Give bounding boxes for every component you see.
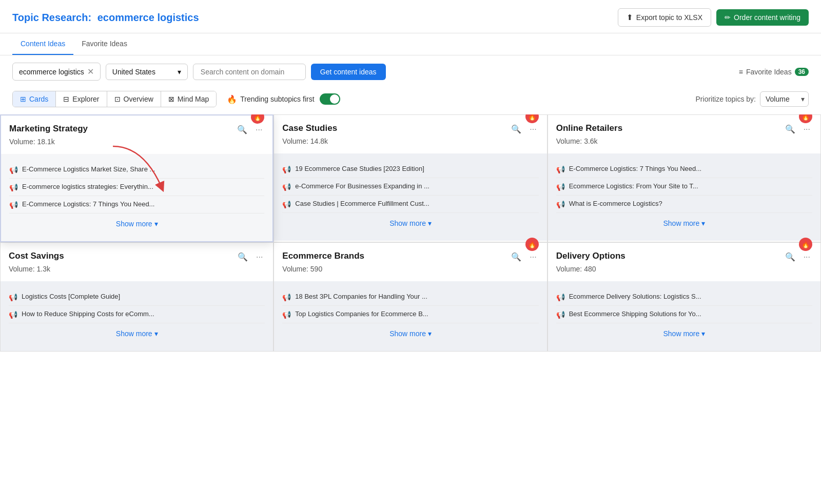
fire-icon: 🔥 (227, 94, 237, 104)
cards-wrapper: 🔥 Marketing Strategy 🔍 ··· Volume: 18.1k… (0, 114, 821, 352)
item-text: E-commerce logistics strategies: Everyth… (22, 183, 153, 190)
more-card-ecommerce-brands[interactable]: ··· (527, 251, 538, 263)
item-text: Ecommerce Delivery Solutions: Logistics … (569, 293, 701, 300)
list-item: 📢 Ecommerce Delivery Solutions: Logistic… (556, 288, 812, 306)
megaphone-icon: 📢 (556, 183, 565, 191)
view-explorer-button[interactable]: ⊟ Explorer (56, 91, 107, 107)
item-text: e-Commerce For Businesses Expanding in .… (295, 182, 429, 190)
card-marketing-strategy: 🔥 Marketing Strategy 🔍 ··· Volume: 18.1k… (0, 114, 273, 242)
list-item: 📢 Ecommerce Logistics: From Your Site to… (556, 178, 812, 196)
megaphone-icon: 📢 (282, 311, 291, 319)
tab-content-ideas[interactable]: Content Ideas (12, 33, 73, 55)
megaphone-icon: 📢 (9, 311, 17, 319)
item-text: Best Ecommerce Shipping Solutions for Yo… (569, 310, 701, 318)
order-writing-button[interactable]: ✏ Order content writing (716, 9, 809, 26)
list-item: 📢 What is E-commerce Logistics? (556, 196, 812, 213)
search-card-cost-savings[interactable]: 🔍 (236, 251, 250, 263)
edit-icon: ✏ (725, 13, 731, 22)
megaphone-icon: 📢 (282, 200, 291, 208)
list-item: 📢 Logistics Costs [Complete Guide] (9, 288, 265, 306)
more-card-case-studies[interactable]: ··· (527, 124, 538, 135)
search-card-delivery-options[interactable]: 🔍 (783, 251, 797, 263)
trending-toggle[interactable] (320, 93, 340, 105)
domain-search-input[interactable] (193, 64, 306, 80)
megaphone-icon: 📢 (9, 293, 17, 301)
cards-grid: 🔥 Marketing Strategy 🔍 ··· Volume: 18.1k… (0, 114, 821, 352)
show-more-marketing[interactable]: Show more ▾ (9, 214, 264, 234)
list-item: 📢 E-Commerce Logistics: 7 Things You Nee… (9, 196, 264, 214)
item-text: Top Logistics Companies for Ecommerce B.… (295, 310, 428, 318)
cards-view-icon: ⊞ (20, 95, 26, 103)
show-more-cost-savings[interactable]: Show more ▾ (9, 323, 265, 344)
megaphone-icon: 📢 (556, 165, 565, 173)
title-prefix: Topic Research: (12, 12, 91, 23)
card-header-case-studies: Case Studies 🔍 ··· Volume: 14.8k (274, 115, 546, 148)
view-toolbar: ⊞ Cards ⊟ Explorer ⊡ Overview ⊠ Mind Map… (0, 88, 821, 114)
show-more-online-retailers[interactable]: Show more ▾ (556, 213, 812, 234)
list-item: 📢 E-Commerce Logistics: 7 Things You Nee… (556, 161, 812, 178)
card-case-studies: 🔥 Case Studies 🔍 ··· Volume: 14.8k 📢 19 … (273, 114, 547, 242)
show-more-case-studies[interactable]: Show more ▾ (282, 213, 538, 234)
megaphone-icon: 📢 (556, 311, 565, 319)
list-item: 📢 Best Ecommerce Shipping Solutions for … (556, 306, 812, 323)
search-card-online-retailers[interactable]: 🔍 (783, 123, 797, 135)
remove-search-term-button[interactable]: ✕ (87, 67, 94, 76)
trending-section: 🔥 Trending subtopics first (227, 93, 340, 105)
more-card-delivery-options[interactable]: ··· (802, 251, 812, 263)
search-term-text: ecommerce logistics (19, 68, 84, 76)
list-item: 📢 Top Logistics Companies for Ecommerce … (282, 306, 538, 323)
card-volume-ecommerce-brands: Volume: 590 (282, 265, 538, 273)
list-item: 📢 E-commerce logistics strategies: Every… (9, 179, 264, 196)
item-text: How to Reduce Shipping Costs for eComm..… (22, 310, 154, 318)
view-mindmap-button[interactable]: ⊠ Mind Map (161, 91, 216, 107)
chevron-down-icon: ▾ (178, 68, 181, 76)
prioritize-label: Prioritize topics by: (696, 95, 756, 103)
card-volume-marketing: Volume: 18.1k (9, 138, 264, 146)
view-overview-button[interactable]: ⊡ Overview (107, 91, 161, 107)
card-ecommerce-brands: 🔥 Ecommerce Brands 🔍 ··· Volume: 590 📢 1… (273, 242, 547, 352)
export-button[interactable]: ⬆ Export topic to XLSX (618, 8, 711, 27)
card-online-retailers: 🔥 Online Retailers 🔍 ··· Volume: 3.6k 📢 … (548, 114, 821, 242)
page-header: Topic Research: ecommerce logistics ⬆ Ex… (0, 0, 821, 33)
card-actions-ecommerce-brands: 🔍 ··· (509, 251, 538, 263)
card-cost-savings: Cost Savings 🔍 ··· Volume: 1.3k 📢 Logist… (0, 242, 273, 352)
get-ideas-button[interactable]: Get content ideas (311, 64, 386, 80)
favorite-count-badge: 36 (795, 68, 809, 76)
explorer-view-icon: ⊟ (63, 95, 69, 103)
favorite-ideas-link[interactable]: ≡ Favorite Ideas 36 (739, 68, 809, 76)
megaphone-icon: 📢 (282, 165, 291, 173)
header-actions: ⬆ Export topic to XLSX ✏ Order content w… (618, 8, 809, 27)
item-text: E-Commerce Logistics: 7 Things You Need.… (569, 165, 701, 172)
card-volume-case-studies: Volume: 14.8k (282, 137, 538, 145)
search-card-marketing[interactable]: 🔍 (235, 124, 249, 135)
card-body-online-retailers: 📢 E-Commerce Logistics: 7 Things You Nee… (548, 153, 820, 241)
list-item: 📢 How to Reduce Shipping Costs for eComm… (9, 306, 265, 323)
view-cards-button[interactable]: ⊞ Cards (13, 91, 56, 107)
show-more-ecommerce-brands[interactable]: Show more ▾ (282, 323, 538, 344)
search-card-case-studies[interactable]: 🔍 (509, 123, 523, 135)
prioritize-section: Prioritize topics by: Volume Trending Di… (696, 91, 809, 107)
card-title-delivery-options: Delivery Options (556, 251, 779, 261)
card-volume-delivery-options: Volume: 480 (556, 265, 812, 273)
list-item: 📢 18 Best 3PL Companies for Handling You… (282, 288, 538, 306)
card-actions-cost-savings: 🔍 ··· (236, 251, 265, 263)
view-buttons: ⊞ Cards ⊟ Explorer ⊡ Overview ⊠ Mind Map (12, 91, 217, 107)
search-term-tag: ecommerce logistics ✕ (12, 63, 101, 81)
show-more-delivery-options[interactable]: Show more ▾ (556, 323, 812, 344)
tab-favorite-ideas[interactable]: Favorite Ideas (73, 33, 135, 55)
country-dropdown[interactable]: United States ▾ (106, 64, 188, 80)
list-item: 📢 e-Commerce For Businesses Expanding in… (282, 178, 538, 196)
search-card-ecommerce-brands[interactable]: 🔍 (509, 251, 523, 263)
country-value: United States (112, 68, 155, 76)
list-item: 📢 19 Ecommerce Case Studies [2023 Editio… (282, 161, 538, 178)
card-body-cost-savings: 📢 Logistics Costs [Complete Guide] 📢 How… (1, 281, 273, 351)
megaphone-icon: 📢 (9, 166, 18, 174)
list-icon: ≡ (739, 68, 743, 76)
more-card-cost-savings[interactable]: ··· (254, 251, 265, 263)
more-card-marketing[interactable]: ··· (253, 124, 264, 135)
prioritize-select[interactable]: Volume Trending Difficulty (760, 91, 809, 107)
overview-view-icon: ⊡ (114, 95, 121, 103)
card-body-case-studies: 📢 19 Ecommerce Case Studies [2023 Editio… (274, 153, 546, 241)
more-card-online-retailers[interactable]: ··· (802, 124, 812, 135)
card-volume-online-retailers: Volume: 3.6k (556, 137, 812, 145)
